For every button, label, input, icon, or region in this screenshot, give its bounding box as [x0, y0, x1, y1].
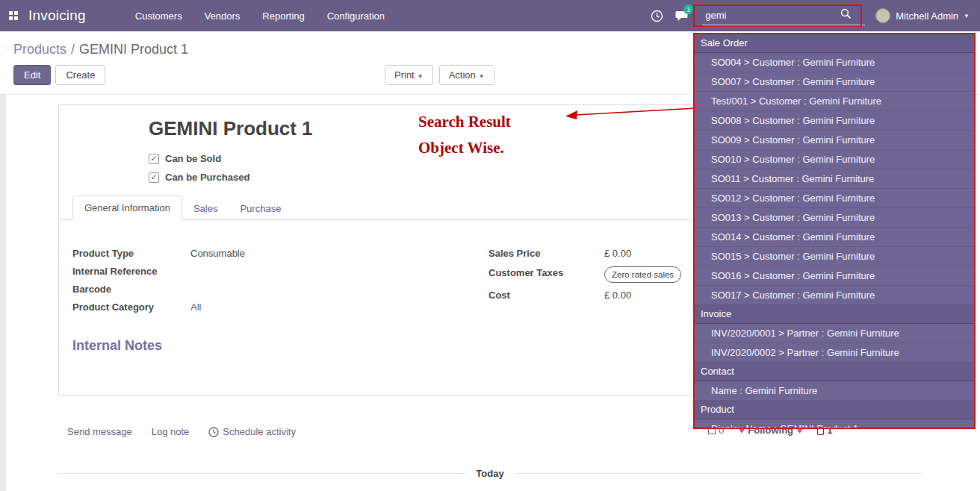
search-result-item[interactable]: INV/2020/0001 > Partner : Gemini Furnitu…	[695, 324, 974, 343]
customer-taxes-value: Zero rated sales	[604, 266, 694, 283]
search-group-product: Product	[695, 401, 974, 419]
cost-value: £ 0.00	[604, 289, 694, 302]
search-result-item[interactable]: SO007 > Customer : Gemini Furniture	[695, 72, 974, 92]
annotation-line1: Search Result	[418, 109, 511, 135]
can-be-purchased-checkbox[interactable]	[149, 172, 159, 183]
log-note-link[interactable]: Log note	[152, 426, 190, 437]
create-button[interactable]: Create	[55, 65, 105, 85]
action-dropdown-button[interactable]: Action▼	[439, 65, 494, 85]
chatter-actions: Send message Log note Schedule activity	[67, 426, 296, 437]
search-result-item[interactable]: SO013 > Customer : Gemini Furniture	[695, 208, 974, 228]
breadcrumb-current: GEMINI Product 1	[79, 42, 188, 57]
search-result-item[interactable]: SO017 > Customer : Gemini Furniture	[695, 286, 974, 305]
action-buttons: Print▼ Action▼	[385, 65, 494, 85]
search-result-item[interactable]: SO009 > Customer : Gemini Furniture	[695, 131, 974, 150]
activities-clock-icon[interactable]	[644, 0, 669, 31]
edit-button[interactable]: Edit	[13, 65, 51, 85]
breadcrumb: Products/GEMINI Product 1	[13, 42, 188, 57]
sales-price-value: £ 0.00	[604, 247, 694, 260]
cost-label: Cost	[489, 289, 604, 302]
search-result-item[interactable]: SO015 > Customer : Gemini Furniture	[695, 247, 974, 266]
menu-reporting[interactable]: Reporting	[255, 7, 311, 25]
date-divider: Today	[58, 468, 922, 479]
internal-notes-heading: Internal Notes	[72, 338, 162, 354]
fields-right-column: Sales Price £ 0.00 Customer Taxes Zero r…	[489, 247, 694, 302]
tax-tag[interactable]: Zero rated sales	[604, 266, 681, 283]
search-result-item[interactable]: SO010 > Customer : Gemini Furniture	[695, 150, 974, 169]
search-result-item[interactable]: SO014 > Customer : Gemini Furniture	[695, 228, 974, 247]
search-result-item[interactable]: SO008 > Customer : Gemini Furniture	[695, 111, 974, 131]
search-group-invoice: Invoice	[695, 305, 974, 324]
chevron-down-icon: ▼	[479, 73, 485, 80]
breadcrumb-products[interactable]: Products	[13, 42, 66, 57]
menu-configuration[interactable]: Configuration	[320, 7, 392, 25]
search-result-item[interactable]: SO011 > Customer : Gemini Furniture	[695, 169, 974, 189]
record-buttons: Edit Create	[13, 65, 105, 85]
app-name[interactable]: Invoicing	[28, 7, 86, 24]
global-search-results-dropdown: Sale Order SO004 > Customer : Gemini Fur…	[693, 33, 976, 429]
annotation-text: Search Result Object Wise.	[418, 109, 511, 161]
product-category-label: Product Category	[72, 301, 190, 314]
search-result-item[interactable]: SO012 > Customer : Gemini Furniture	[695, 189, 974, 208]
top-navbar: Invoicing Customers Vendors Reporting Co…	[0, 0, 980, 31]
internal-reference-label: Internal Reference	[72, 265, 190, 278]
search-group-contact: Contact	[695, 363, 974, 381]
print-dropdown-button[interactable]: Print▼	[385, 65, 433, 85]
internal-reference-value	[190, 265, 280, 278]
chevron-down-icon: ▼	[964, 13, 970, 19]
search-result-item[interactable]: Name : Gemini Furniture	[695, 381, 974, 401]
can-be-sold-checkbox[interactable]	[149, 154, 159, 164]
can-be-purchased-label: Can be Purchased	[165, 172, 249, 183]
systray: 1 Mitchell Admin ▼	[644, 0, 980, 31]
can-be-sold-label: Can be Sold	[165, 153, 221, 164]
product-type-label: Product Type	[72, 247, 190, 260]
apps-grid-icon[interactable]	[9, 11, 18, 20]
tab-general-information[interactable]: General Information	[72, 196, 182, 220]
menu-customers[interactable]: Customers	[128, 7, 190, 25]
menu-vendors[interactable]: Vendors	[197, 7, 248, 25]
app-screen: Invoicing Customers Vendors Reporting Co…	[0, 0, 980, 491]
messages-badge: 1	[683, 4, 693, 14]
can-be-purchased-row: Can be Purchased	[149, 172, 249, 183]
search-result-item[interactable]: Display Name : GEMINI Product 1	[695, 419, 974, 429]
messages-icon[interactable]: 1	[669, 0, 695, 31]
user-name: Mitchell Admin	[896, 10, 958, 22]
global-search-box	[702, 6, 865, 25]
barcode-value	[190, 283, 280, 296]
customer-taxes-label: Customer Taxes	[489, 266, 604, 283]
user-avatar	[875, 8, 890, 23]
barcode-label: Barcode	[72, 283, 190, 296]
search-result-item[interactable]: SO004 > Customer : Gemini Furniture	[695, 53, 974, 72]
schedule-activity-link[interactable]: Schedule activity	[208, 426, 296, 437]
search-group-sale-order: Sale Order	[695, 34, 974, 53]
product-category-value[interactable]: All	[190, 301, 280, 314]
today-label: Today	[476, 468, 503, 479]
search-result-item[interactable]: INV/2020/0002 > Partner : Gemini Furnitu…	[695, 343, 974, 363]
product-type-value: Consumable	[190, 247, 280, 260]
fields-left-column: Product Type Consumable Internal Referen…	[72, 247, 280, 314]
user-menu[interactable]: Mitchell Admin ▼	[875, 8, 970, 23]
search-icon[interactable]	[840, 8, 852, 22]
tab-purchase[interactable]: Purchase	[229, 197, 292, 220]
can-be-sold-row: Can be Sold	[149, 153, 221, 164]
search-result-item[interactable]: SO016 > Customer : Gemini Furniture	[695, 266, 974, 286]
main-menu: Customers Vendors Reporting Configuratio…	[128, 7, 392, 25]
product-title: GEMINI Product 1	[149, 117, 313, 140]
breadcrumb-separator: /	[71, 42, 75, 57]
sales-price-label: Sales Price	[489, 247, 604, 260]
send-message-link[interactable]: Send message	[67, 426, 132, 437]
chevron-down-icon: ▼	[418, 73, 424, 80]
global-search-input[interactable]	[702, 8, 840, 22]
search-result-item[interactable]: Test/001 > Customer : Gemini Furniture	[695, 92, 974, 111]
clock-icon	[208, 427, 219, 437]
annotation-line2: Object Wise.	[418, 135, 511, 161]
tab-sales[interactable]: Sales	[182, 197, 229, 220]
left-edge-strip	[0, 95, 6, 491]
